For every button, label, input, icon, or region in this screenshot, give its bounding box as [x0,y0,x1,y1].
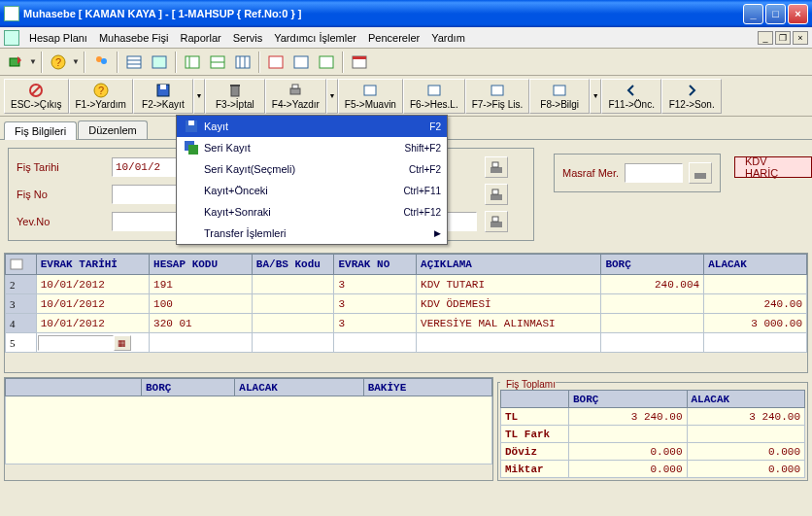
masraf-mer-label: Masraf Mer. [562,167,619,179]
tool-help-drop[interactable]: ▼ [72,57,80,66]
dd-kayit-sonraki[interactable]: Kayıt+SonrakiCtrl+F12 [177,201,447,223]
svg-rect-8 [152,56,166,68]
f5-button[interactable]: F5->Muavin [338,79,403,114]
tab-duzenlem[interactable]: Düzenlem [78,120,148,139]
tool-grid7-icon[interactable] [289,51,313,74]
dd-seri-kayit[interactable]: Seri KayıtShift+F2 [177,137,447,158]
f4-dropdown-button[interactable]: ▼ [326,79,338,114]
f1-button[interactable]: ?F1->Yardım [69,79,133,114]
col-evrak-tarihi[interactable]: EVRAK TARİHİ [36,255,149,275]
masraf-browse-button[interactable] [689,162,712,184]
col-evrak-no[interactable]: EVRAK NO [334,255,417,275]
masraf-mer-input[interactable] [625,163,683,183]
save-icon [155,83,171,98]
svg-rect-35 [491,167,502,173]
toolbar-small: ▼ ?▼ [0,49,812,76]
minimize-button[interactable]: _ [743,4,763,24]
tool-calendar-icon[interactable] [348,51,371,74]
app-small-icon [4,30,19,46]
mdi-minimize-button[interactable]: _ [758,31,773,45]
browse-1-button[interactable] [485,156,508,178]
svg-rect-26 [160,85,166,89]
tool-grid1-icon[interactable] [122,51,146,74]
f2-button[interactable]: F2->Kayıt [133,79,193,114]
sum-col-bakiye: BAKİYE [363,379,491,396]
col-alacak[interactable]: ALACAK [704,255,807,275]
f8-button[interactable]: F8->Bilgi [529,79,590,114]
kdv-haric-badge: KDV HARİÇ [734,156,812,178]
col-borc[interactable]: BORÇ [601,255,704,275]
fis-no-label: Fiş No [17,189,104,200]
menu-pencereler[interactable]: Pencereler [362,30,425,46]
tool-grid8-icon[interactable] [315,51,338,74]
close-button[interactable]: × [788,4,808,24]
svg-rect-40 [492,217,498,222]
dd-transfer-islemleri[interactable]: Transfer İşlemleri▶ [177,223,447,244]
submenu-arrow-icon: ▶ [434,228,441,238]
svg-rect-39 [491,222,502,227]
tool-grid2-icon[interactable] [148,51,171,74]
menu-hesap-plani[interactable]: Hesap Planı [23,30,93,46]
date-picker-button[interactable]: ▦ [114,335,131,351]
tool-export-drop[interactable]: ▼ [29,57,37,66]
menu-muhasebe-fisi[interactable]: Muhasebe Fişi [93,30,175,46]
window-title: Muhasebe [ KAMAN KAYA ] - [ 1-MAHSUP { R… [23,8,301,19]
tool-grid3-icon[interactable] [181,51,204,74]
table-row[interactable]: 410/01/2012320 013VERESİYE MAL ALINMASI3… [6,314,807,333]
mdi-close-button[interactable]: × [793,31,808,45]
svg-rect-30 [292,85,298,88]
f8-dropdown-button[interactable]: ▼ [590,79,601,114]
sum-col-alacak: ALACAK [235,379,363,396]
table-row[interactable]: 5▦ [6,333,807,353]
svg-rect-16 [269,56,283,68]
svg-rect-27 [231,86,239,96]
tool-people-icon[interactable] [89,51,113,74]
dd-kayit[interactable]: KayıtF2 [177,116,447,137]
ft-row-miktar: Miktar0.0000.000 [501,461,805,478]
f4-button[interactable]: F4->Yazdır [265,79,326,114]
fis-toplami-title: Fiş Toplamı [500,379,556,390]
save-multi-icon [183,140,200,155]
col-hesap-kodu[interactable]: HESAP KODU [150,255,253,275]
menu-yardimci-islemler[interactable]: Yardımcı İşlemler [268,30,362,46]
menu-raporlar[interactable]: Raporlar [174,30,226,46]
svg-rect-31 [364,86,376,95]
tool-grid5-icon[interactable] [231,51,254,74]
table-row[interactable]: 310/01/20121003KDV ÖDEMESİ240.00 [6,294,807,314]
tool-grid4-icon[interactable] [206,51,229,74]
f3-button[interactable]: F3->İptal [205,79,265,114]
tab-fis-bilgileri[interactable]: Fiş Bilgileri [4,121,77,140]
active-date-input[interactable] [38,335,114,351]
tool-help-icon[interactable]: ? [47,51,70,74]
svg-rect-43 [188,120,194,125]
esc-button[interactable]: ESC->Çıkış [4,79,69,114]
f7-button[interactable]: F7->Fiş Lis. [465,79,530,114]
f12-button[interactable]: F12->Son. [661,79,722,114]
f11-button[interactable]: F11->Önc. [601,79,661,114]
col-babs-kodu[interactable]: BA/BS Kodu [252,255,334,275]
menu-servis[interactable]: Servis [227,30,269,46]
ft-col-alacak: ALACAK [687,391,805,408]
col-rownum[interactable] [6,255,37,275]
main-grid: EVRAK TARİHİ HESAP KODU BA/BS Kodu EVRAK… [4,253,808,373]
svg-rect-37 [491,194,502,200]
f2-dropdown-button[interactable]: ▼ [193,79,205,114]
col-aciklama[interactable]: AÇIKLAMA [417,255,601,275]
tool-grid6-icon[interactable] [264,51,288,74]
tool-export-icon[interactable] [4,51,27,74]
browse-2-button[interactable] [485,184,508,205]
dd-kayit-onceki[interactable]: Kayıt+ÖncekiCtrl+F11 [177,180,447,201]
fis-tarihi-label: Fiş Tarihi [17,161,104,173]
maximize-button[interactable]: □ [765,4,786,24]
menu-yardim[interactable]: Yardım [425,30,471,46]
browse-3-button[interactable] [485,211,508,232]
dd-seri-kayit-secmeli[interactable]: Seri Kayıt(Seçmeli)Ctrl+F2 [177,158,447,180]
f6-button[interactable]: F6->Hes.L. [403,79,465,114]
table-row[interactable]: 210/01/20121913KDV TUTARI240.004 [6,275,807,294]
svg-rect-36 [492,162,498,167]
grid-header-row: EVRAK TARİHİ HESAP KODU BA/BS Kodu EVRAK… [6,255,807,275]
app-icon [4,6,19,21]
mdi-restore-button[interactable]: ❐ [775,31,791,45]
svg-rect-13 [236,56,250,68]
ft-row-tl: TL3 240.003 240.00 [501,408,805,426]
